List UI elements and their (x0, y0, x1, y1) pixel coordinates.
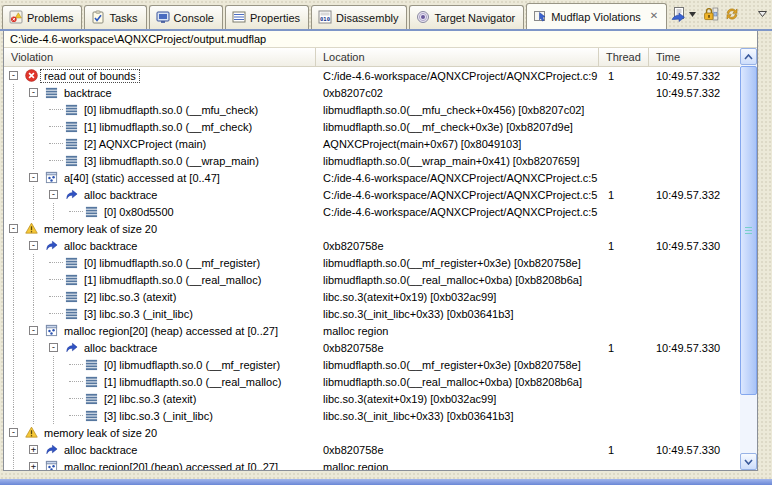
location-cell: 0xb820758e (316, 441, 599, 458)
violation-row[interactable]: [3] libc.so.3 (_init_libc)libc.so.3(_ini… (4, 407, 740, 424)
window-buttons (758, 10, 772, 19)
tree-guide-line (13, 305, 14, 322)
collapse-toggle[interactable]: - (29, 173, 38, 182)
collapse-toggle[interactable]: - (49, 190, 58, 199)
violation-label: memory leak of size 20 (41, 223, 160, 235)
violation-label: alloc backtrace (81, 189, 160, 201)
violation-row[interactable]: [1] libmudflapth.so.0 (__real_malloc)lib… (4, 373, 740, 390)
violation-row[interactable]: [0] libmudflapth.so.0 (__mf_register)lib… (4, 254, 740, 271)
violation-row[interactable]: +alloc backtrace0xb820758e110:49.57.330 (4, 441, 740, 458)
violation-row[interactable]: [3] libc.so.3 (_init_libc)libc.so.3(_ini… (4, 305, 740, 322)
tree-connector (49, 160, 63, 161)
violation-row[interactable]: [1] libmudflapth.so.0 (__mf_check)libmud… (4, 118, 740, 135)
column-header-thread[interactable]: Thread (599, 48, 649, 66)
tab-target-navigator[interactable]: Target Navigator (409, 5, 524, 29)
tree-guide-line (13, 169, 14, 186)
collapse-toggle[interactable]: - (29, 88, 38, 97)
time-cell (649, 322, 740, 339)
violation-row[interactable]: -alloc backtrace0xb820758e110:49.57.330 (4, 237, 740, 254)
refresh-button[interactable] (723, 5, 741, 23)
refresh-icon (724, 6, 740, 22)
violation-row[interactable]: -memory leak of size 20 (4, 220, 740, 237)
violation-cell: -read out of bounds (4, 67, 316, 84)
scrollbar-thumb[interactable] (740, 66, 757, 395)
tab-properties[interactable]: Properties (225, 5, 309, 29)
view-menu-icon[interactable] (758, 11, 767, 17)
thread-cell (599, 152, 649, 169)
collapse-toggle[interactable]: - (49, 343, 58, 352)
violation-label: backtrace (61, 87, 115, 99)
violation-row[interactable]: [0] libmudflapth.so.0 (__mf_register)lib… (4, 356, 740, 373)
violation-row[interactable]: -read out of boundsC:/ide-4.6-workspace/… (4, 67, 740, 84)
column-header-violation[interactable]: Violation (4, 48, 316, 66)
tab-label: Disassembly (336, 11, 398, 24)
violation-row[interactable]: [1] libmudflapth.so.0 (__real_malloc)lib… (4, 271, 740, 288)
violation-row[interactable]: [3] libmudflapth.so.0 (__wrap_main)libmu… (4, 152, 740, 169)
violation-row[interactable]: [0] 0x80d5500C:/ide-4.6-workspace/AQNXCP… (4, 203, 740, 220)
violation-row[interactable]: -backtrace0xb8207c0210:49.57.332 (4, 84, 740, 101)
column-header-location[interactable]: Location (316, 48, 599, 66)
violation-row[interactable]: -malloc region[20] (heap) accessed at [0… (4, 322, 740, 339)
expand-toggle[interactable]: + (29, 445, 38, 454)
location-cell: malloc region (316, 322, 599, 339)
thread-cell (599, 169, 649, 186)
thread-cell (599, 254, 649, 271)
tab-problems[interactable]: Problems (2, 5, 82, 29)
tab-mudflap-violations[interactable]: Mudflap Violations✕ (526, 3, 667, 29)
close-icon[interactable]: ✕ (650, 11, 658, 21)
tree-guide-line (33, 101, 34, 118)
collapse-toggle[interactable]: - (9, 71, 18, 80)
tab-label: Tasks (109, 11, 137, 24)
frames-icon (83, 409, 99, 422)
collapse-toggle[interactable]: - (29, 326, 38, 335)
thread-cell (599, 322, 649, 339)
region-icon (43, 324, 59, 337)
violation-row[interactable]: [0] libmudflapth.so.0 (__mfu_check)libmu… (4, 101, 740, 118)
collapse-toggle[interactable]: - (9, 428, 18, 437)
mudflap-violations-view: ProblemsTasksConsoleProperties010Disasse… (0, 0, 772, 485)
scroll-up-button[interactable] (740, 48, 757, 65)
violation-row[interactable]: -memory leak of size 20 (4, 424, 740, 441)
tab-label: Properties (250, 11, 300, 24)
violation-row[interactable]: [2] libc.so.3 (atexit)libc.so.3(atexit+0… (4, 288, 740, 305)
time-cell (649, 305, 740, 322)
violation-row[interactable]: +malloc region[20] (heap) accessed at [0… (4, 458, 740, 470)
tab-tasks[interactable]: Tasks (84, 5, 146, 29)
time-cell (649, 407, 740, 424)
violation-row[interactable]: [2] AQNXCProject (main)AQNXCProject(main… (4, 135, 740, 152)
time-cell: 10:49.57.330 (649, 441, 740, 458)
time-cell (649, 254, 740, 271)
tree-connector (69, 381, 83, 382)
tree-guide-line (33, 203, 34, 220)
violation-row[interactable]: -alloc backtraceC:/ide-4.6-workspace/AQN… (4, 186, 740, 203)
violation-row[interactable]: -alloc backtrace0xb820758e110:49.57.330 (4, 339, 740, 356)
violation-row[interactable]: -a[40] (static) accessed at [0..47]C:/id… (4, 169, 740, 186)
location-cell (316, 424, 599, 441)
tree-guide-line (33, 254, 34, 271)
tab-console[interactable]: Console (149, 5, 223, 29)
violation-cell: [0] libmudflapth.so.0 (__mfu_check) (4, 101, 316, 118)
open-log-dropdown-icon[interactable] (689, 12, 696, 17)
scrollbar-track[interactable] (740, 65, 757, 453)
violation-cell: -memory leak of size 20 (4, 220, 316, 237)
vertical-scrollbar[interactable] (740, 48, 757, 470)
collapse-toggle[interactable]: - (9, 224, 18, 233)
column-header-time[interactable]: Time (649, 48, 740, 66)
scroll-down-button[interactable] (740, 453, 757, 470)
scroll-lock-button[interactable] (702, 5, 720, 23)
frames-icon (63, 256, 79, 269)
frames-icon (83, 205, 99, 218)
tab-disassembly[interactable]: 010Disassembly (311, 5, 407, 29)
violation-label: [2] libc.so.3 (atexit) (81, 291, 179, 303)
open-log-button[interactable] (669, 5, 688, 23)
tree-connector (49, 313, 63, 314)
location-cell: libc.so.3(_init_libc+0x33) [0xb03641b3] (316, 305, 599, 322)
location-cell: libmudflapth.so.0(__wrap_main+0x41) [0xb… (316, 152, 599, 169)
time-cell (649, 424, 740, 441)
chevron-up-icon (744, 54, 753, 60)
violation-row[interactable]: [2] libc.so.3 (atexit)libc.so.3(atexit+0… (4, 390, 740, 407)
collapse-toggle[interactable]: - (29, 241, 38, 250)
mudflap-violations-icon (533, 9, 547, 23)
expand-toggle[interactable]: + (29, 462, 38, 470)
tree-guide-line (33, 305, 34, 322)
